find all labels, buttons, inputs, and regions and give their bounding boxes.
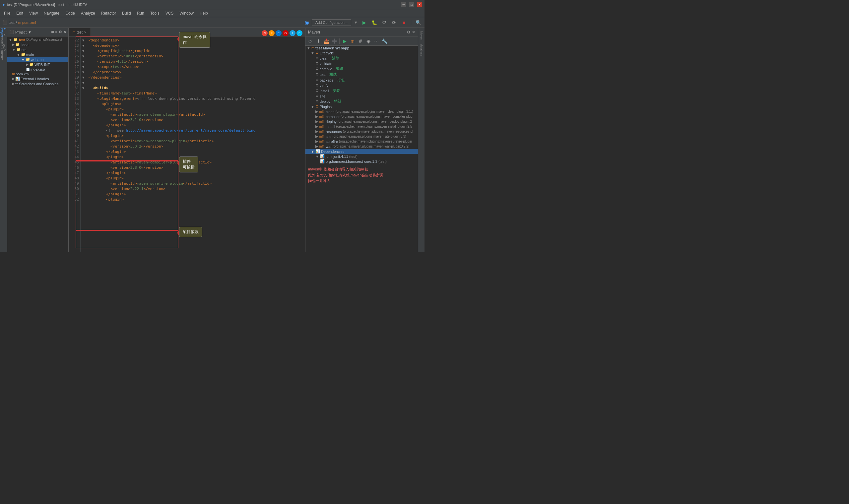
add-configuration-button[interactable]: Add Configuration... — [312, 19, 351, 26]
code-area[interactable]: <dependencies> <dependency> <groupId>jun… — [86, 36, 305, 252]
tab-close-button[interactable]: ✕ — [84, 31, 87, 34]
maven-site[interactable]: ⚙ site — [305, 93, 418, 98]
stop-button[interactable]: ■ — [400, 19, 408, 26]
menu-file[interactable]: File — [1, 10, 13, 16]
tree-webapp[interactable]: ▼ 📁 webapp — [7, 57, 68, 62]
editor-tab-test[interactable]: m test ✕ — [69, 28, 91, 36]
sidebar-structure-tab[interactable]: 7: Structure — [0, 51, 7, 58]
code-line-49: <artifactId>maven-surefire-plugin</artif… — [89, 181, 303, 186]
maven-dependencies-section[interactable]: ▼ 📊 Dependencies — [305, 149, 418, 154]
firefox-icon[interactable]: F — [269, 30, 275, 36]
ie-icon[interactable]: I — [290, 30, 295, 36]
maven-wrench-button[interactable]: 🔧 — [381, 37, 388, 45]
config-dropdown-icon[interactable]: ▼ — [354, 20, 358, 25]
menu-help[interactable]: Help — [197, 10, 211, 16]
tree-idea[interactable]: ▶ 📁 .idea — [7, 42, 68, 47]
tree-webinf[interactable]: ▶ 📁 WEB-INF — [7, 62, 68, 67]
profile-button[interactable]: ⟳ — [390, 19, 398, 26]
code-line-34: <plugins> — [89, 102, 303, 107]
editor-content[interactable]: 22232425 26272829 30313233 34353637 3839… — [69, 36, 305, 252]
menu-navigate[interactable]: Navigate — [41, 10, 62, 16]
tree-root[interactable]: ▼ 📁 test D:\Programs\Maven\test — [7, 37, 68, 42]
maven-more-button[interactable]: ⋯ — [373, 37, 380, 45]
menu-run[interactable]: Run — [134, 10, 147, 16]
maven-plugins-section[interactable]: ▼ ⚙ Plugins — [305, 104, 418, 109]
maven-lifecycle-button[interactable]: # — [357, 37, 364, 45]
settings-icon[interactable]: ⚙ — [59, 30, 62, 34]
menu-build[interactable]: Build — [120, 10, 134, 16]
maven-run-button[interactable]: ▶ — [341, 37, 348, 45]
folder-icon: 📁 — [21, 52, 25, 57]
close-icon[interactable]: ✕ — [412, 30, 415, 35]
tree-ext-libs[interactable]: ▶ 📊 External Libraries — [7, 76, 68, 81]
maven-verify[interactable]: ⚙ verify — [305, 83, 418, 88]
run-button[interactable]: ▶ — [361, 19, 368, 26]
maven-import-button[interactable]: 📥 — [323, 37, 330, 45]
maven-package[interactable]: ⚙ package 打包 — [305, 77, 418, 83]
menu-code[interactable]: Code — [63, 10, 78, 16]
tree-scratches[interactable]: ▶ ✏ Scratches and Consoles — [7, 81, 68, 86]
menu-vcs[interactable]: VCS — [163, 10, 177, 16]
maven-lifecycle-section[interactable]: ▼ ⚙ Lifecycle — [305, 50, 418, 55]
sidebar-maven-label[interactable]: Maven — [419, 29, 424, 42]
maven-install[interactable]: ⚙ install 安装 — [305, 88, 418, 93]
callout-2: 插件可拔插 — [179, 157, 198, 173]
maven-deploy[interactable]: ⚙ deploy 销毁 — [305, 98, 418, 104]
menu-tools[interactable]: Tools — [148, 10, 162, 16]
code-line-42: <version>3.0.2</version> — [89, 144, 303, 149]
maven-add-button[interactable]: ➕ — [331, 37, 338, 45]
maven-plugin-install[interactable]: ▶ m⚙ install (org.apache.maven.plugins:m… — [305, 124, 418, 129]
menu-analyze[interactable]: Analyze — [78, 10, 98, 16]
menu-window[interactable]: Window — [177, 10, 196, 16]
tree-main[interactable]: ▼ 📁 main — [7, 52, 68, 57]
tree-src[interactable]: ▼ 📁 src — [7, 47, 68, 52]
maven-validate[interactable]: ⚙ validate — [305, 61, 418, 66]
maven-refresh-button[interactable]: ⟳ — [307, 37, 314, 45]
menu-view[interactable]: View — [26, 10, 40, 16]
debug-button[interactable]: 🐛 — [371, 19, 378, 26]
add-icon[interactable]: ⊕ — [51, 30, 54, 34]
maven-dep-hamcrest[interactable]: 📊 org.hamcrest:hamcrest-core:1.3 (test) — [305, 159, 418, 164]
title-bar: ● test [D:\Programs\Maven\test] - test -… — [0, 0, 424, 9]
collapse-icon[interactable]: ≡ — [55, 30, 57, 34]
maven-project-root[interactable]: ▼ m test Maven Webapp — [305, 46, 418, 50]
chrome-icon[interactable]: C — [262, 30, 268, 36]
plugin-icon: m⚙ — [319, 110, 325, 113]
gear-icon: ⚙ — [315, 89, 319, 93]
edge-icon[interactable]: E — [276, 30, 282, 36]
maven-dep-junit[interactable]: ▼ 📊 junit:junit:4.11 (test) — [305, 154, 418, 159]
maven-plugin-resources[interactable]: ▶ m⚙ resources (org.apache.maven.plugins… — [305, 129, 418, 134]
search-everywhere-button[interactable]: 🔍 — [415, 19, 422, 26]
opera-icon[interactable]: O — [283, 30, 289, 36]
deps-label: Dependencies — [321, 149, 344, 154]
maximize-button[interactable]: □ — [409, 2, 414, 7]
maven-plugin-compiler[interactable]: ▶ m⚙ compiler (org.apache.maven.plugins:… — [305, 114, 418, 119]
maven-options-button[interactable]: ◉ — [365, 37, 372, 45]
expand-icon: ▼ — [311, 149, 314, 154]
breadcrumb-project[interactable]: ⬛ — [3, 20, 7, 24]
coverage-button[interactable]: 🛡 — [380, 19, 388, 26]
menu-refactor[interactable]: Refactor — [98, 10, 119, 16]
maven-plugin-surefire[interactable]: ▶ m⚙ surefire (org.apache.maven.plugins:… — [305, 139, 418, 144]
maven-plugin-site[interactable]: ▶ m⚙ site (org.apache.maven.plugins:mave… — [305, 134, 418, 139]
edge2-icon[interactable]: E — [296, 30, 303, 36]
menu-edit[interactable]: Edit — [14, 10, 26, 16]
maven-plugin-war[interactable]: ▶ m⚙ war (org.apache.maven.plugins:maven… — [305, 144, 418, 149]
maven-plugin-clean[interactable]: ▶ m⚙ clean (org.apache.maven.plugins:mav… — [305, 109, 418, 114]
tree-pom-xml[interactable]: m pom.xml — [7, 72, 68, 76]
close-button[interactable]: ✕ — [417, 2, 422, 7]
minimize-button[interactable]: ─ — [401, 2, 406, 7]
maven-compile[interactable]: ⚙ compile 编译 — [305, 66, 418, 72]
maven-download-button[interactable]: ⬇ — [315, 37, 322, 45]
sidebar-database-label[interactable]: database — [419, 42, 424, 58]
maven-clean[interactable]: ⚙ clean 清除 — [305, 55, 418, 61]
maven-test[interactable]: ⚙ test 测试 — [305, 72, 418, 77]
title-bar-controls[interactable]: ─ □ ✕ — [401, 2, 422, 7]
top-toolbar: ⬛ test / m pom.xml ◉ Add Configuration..… — [0, 17, 424, 28]
maven-plugin-deploy[interactable]: ▶ m⚙ deploy (org.apache.maven.plugins:ma… — [305, 119, 418, 124]
close-icon[interactable]: ✕ — [64, 30, 66, 34]
tree-index-jsp[interactable]: 📄 index.jsp — [7, 67, 68, 72]
sidebar-favorites-tab[interactable]: 2: Favorites — [0, 36, 7, 43]
maven-m-button[interactable]: m — [349, 37, 356, 45]
settings-icon[interactable]: ⚙ — [407, 30, 411, 35]
